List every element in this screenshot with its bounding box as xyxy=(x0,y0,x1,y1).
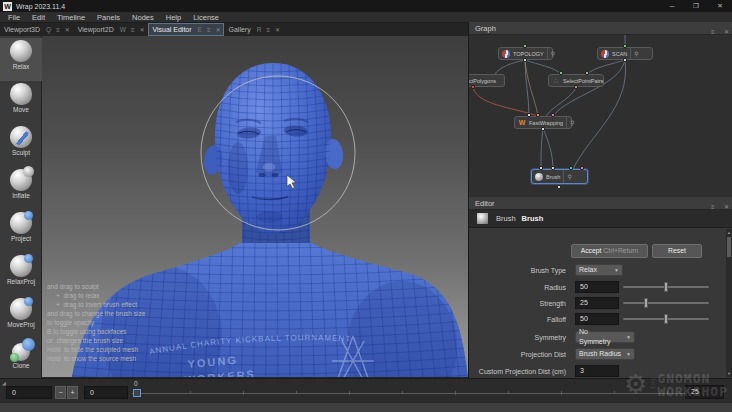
node-port[interactable] xyxy=(541,127,545,131)
node-port[interactable] xyxy=(523,44,527,48)
frame-end-input[interactable]: 25 xyxy=(685,385,724,399)
slider-thumb[interactable] xyxy=(644,298,648,308)
tab-menu-icon[interactable]: ≡ xyxy=(131,27,135,33)
radius-input[interactable]: 50 xyxy=(575,281,619,293)
node-label: Brush xyxy=(546,174,560,180)
strength-input[interactable]: 25 xyxy=(575,297,619,309)
editor-scrollbar[interactable]: ▲ ▼ xyxy=(726,229,732,377)
reset-button[interactable]: Reset xyxy=(652,244,702,258)
tab-menu-icon[interactable]: ≡ xyxy=(266,27,270,33)
falloff-input[interactable]: 50 xyxy=(575,313,619,325)
tool-inflate[interactable]: Inflate xyxy=(0,167,42,210)
node-port[interactable] xyxy=(623,44,627,48)
tab-close-icon[interactable]: ✕ xyxy=(275,26,280,33)
tab-close-icon[interactable]: ✕ xyxy=(215,26,220,33)
node-port[interactable] xyxy=(580,166,584,170)
node-port[interactable] xyxy=(585,71,589,75)
node-port[interactable] xyxy=(569,166,573,170)
relax-tool-icon xyxy=(10,40,32,62)
node-graph-canvas[interactable]: TOPOLOGY ⚲ SCAN ⚲ ectPolygons ∴ SelectPo… xyxy=(469,35,732,197)
menu-timeline[interactable]: Timeline xyxy=(51,12,91,23)
node-port[interactable] xyxy=(551,113,555,117)
move-tool-icon xyxy=(10,83,32,105)
node-port[interactable] xyxy=(523,58,527,62)
tab-viewport3d[interactable]: Viewport3D Q ≡ ✕ xyxy=(0,23,74,36)
node-port[interactable] xyxy=(623,58,627,62)
radius-slider[interactable] xyxy=(623,286,709,288)
menu-nodes[interactable]: Nodes xyxy=(126,12,160,23)
node-port[interactable] xyxy=(539,166,543,170)
brush-type-dropdown[interactable]: Relax▼ xyxy=(575,264,623,276)
tool-label: Sculpt xyxy=(0,149,42,156)
tool-moveproj[interactable]: MoveProj xyxy=(0,296,42,339)
chevron-down-icon: ▼ xyxy=(621,332,631,342)
menu-panels[interactable]: Panels xyxy=(91,12,126,23)
custom-projection-dist-input[interactable]: 3 xyxy=(575,365,619,377)
node-port[interactable] xyxy=(574,85,578,89)
node-port[interactable] xyxy=(471,85,475,89)
tab-visual-editor[interactable]: Visual Editor E ≡ ✕ xyxy=(148,23,224,36)
projection-dist-dropdown[interactable]: Brush Radius▼ xyxy=(575,348,635,360)
node-port[interactable] xyxy=(557,185,561,189)
timeline-track[interactable]: 0 5 10 15 20 25 xyxy=(132,393,704,394)
tool-sculpt[interactable]: Sculpt xyxy=(0,124,42,167)
node-port[interactable] xyxy=(551,166,555,170)
menu-license[interactable]: License xyxy=(187,12,225,23)
visibility-bulb-icon[interactable]: ⚲ xyxy=(630,48,641,59)
graph-node-brush[interactable]: Brush ⚲ xyxy=(531,169,588,184)
menu-help[interactable]: Help xyxy=(160,12,187,23)
playhead-frame-label: 0 xyxy=(134,380,138,387)
tab-label: Visual Editor xyxy=(152,26,191,33)
node-label: ectPolygons xyxy=(469,78,496,84)
tab-menu-icon[interactable]: ≡ xyxy=(207,27,211,33)
accept-button[interactable]: Accept Ctrl+Return xyxy=(571,244,648,258)
node-label: SelectPointPairs xyxy=(563,78,603,84)
tab-label: Viewport2D xyxy=(78,26,114,33)
tool-relax[interactable]: Relax xyxy=(0,38,42,81)
chevron-down-icon: ▼ xyxy=(621,349,631,359)
minimize-button[interactable]: ─ xyxy=(660,0,684,12)
visibility-bulb-icon[interactable]: ⚲ xyxy=(563,170,574,183)
slider-thumb[interactable] xyxy=(664,282,668,292)
tab-close-icon[interactable]: ✕ xyxy=(65,26,70,33)
tool-relaxproj[interactable]: RelaxProj xyxy=(0,253,42,296)
point-pairs-icon: ∴ xyxy=(552,77,560,85)
symmetry-dropdown[interactable]: No Symmetry▼ xyxy=(575,331,635,343)
tab-menu-icon[interactable]: ≡ xyxy=(56,27,60,33)
tab-shortcut: E xyxy=(198,26,202,33)
frame-start-input[interactable]: 0 xyxy=(6,386,52,399)
visibility-bulb-icon[interactable]: ⚲ xyxy=(547,48,558,59)
maximize-button[interactable]: ❐ xyxy=(684,0,708,12)
tab-viewport2d[interactable]: Viewport2D W ≡ ✕ xyxy=(74,23,149,36)
frame-increment-button[interactable]: + xyxy=(67,386,78,399)
timeline-playhead[interactable] xyxy=(133,389,141,397)
slider-thumb[interactable] xyxy=(664,314,668,324)
wrap-application-window: W Wrap 2023.11.4 ─ ❐ ✕ File Edit Timelin… xyxy=(0,0,732,412)
tab-label: Viewport3D xyxy=(4,26,40,33)
frame-current-input[interactable]: 0 xyxy=(84,386,128,399)
menu-file[interactable]: File xyxy=(2,12,26,23)
close-button[interactable]: ✕ xyxy=(708,0,732,12)
tool-move[interactable]: Move xyxy=(0,81,42,124)
node-port[interactable] xyxy=(536,113,540,117)
tool-label: Move xyxy=(0,106,42,113)
visibility-bulb-icon[interactable]: ⚲ xyxy=(566,117,577,128)
viewport3d-canvas[interactable]: ANNUAL CHARITY KICKBALL TOURNAMENT YOUNG… xyxy=(42,36,468,377)
clone-tool-icon xyxy=(12,343,30,361)
frame-decrement-button[interactable]: − xyxy=(55,386,66,399)
geometry-icon xyxy=(502,50,510,58)
falloff-slider[interactable] xyxy=(623,318,709,320)
tab-gallery[interactable]: Gallery R ≡ ✕ xyxy=(224,23,283,36)
node-port[interactable] xyxy=(559,71,563,75)
strength-slider[interactable] xyxy=(623,302,709,304)
scroll-up-icon[interactable]: ▲ xyxy=(726,230,732,235)
tool-label: Clone xyxy=(0,362,42,369)
node-port[interactable] xyxy=(527,113,531,117)
tool-clone[interactable]: Clone xyxy=(0,339,42,382)
tool-project[interactable]: Project xyxy=(0,210,42,253)
scrollbar-thumb[interactable] xyxy=(727,237,731,257)
scroll-down-icon[interactable]: ▼ xyxy=(726,371,732,376)
tool-label: Relax xyxy=(0,63,42,70)
tab-close-icon[interactable]: ✕ xyxy=(139,26,144,33)
menu-edit[interactable]: Edit xyxy=(26,12,51,23)
